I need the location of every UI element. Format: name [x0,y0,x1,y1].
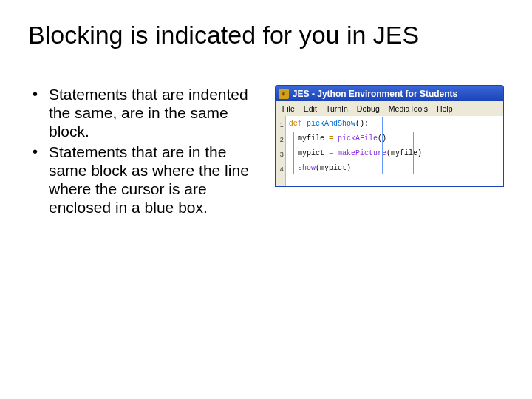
code-area[interactable]: def pickAndShow(): myfile = pickAFile() … [286,116,503,186]
menu-turnin[interactable]: TurnIn [321,103,352,115]
code-line: show(mypict) [289,161,500,176]
list-item: Statements that are indented the same, a… [49,85,263,141]
app-icon: ✶ [279,89,289,99]
menu-debug[interactable]: Debug [352,103,384,115]
menubar: File Edit TurnIn Debug MediaTools Help [275,101,504,116]
code-line: myfile = pickAFile() [289,132,500,146]
list-item: Statements that are in the same block as… [49,143,263,217]
editor: 1 2 3 4 def pickAndShow(): myfile = pick… [275,116,504,187]
menu-file[interactable]: File [278,103,299,115]
line-gutter: 1 2 3 4 [276,116,286,186]
window-titlebar: ✶ JES - Jython Environment for Students [275,85,504,101]
menu-edit[interactable]: Edit [299,103,321,115]
window-title: JES - Jython Environment for Students [293,89,457,99]
slide-title: Blocking is indicated for you in JES [28,21,504,50]
gutter-number: 2 [276,132,284,147]
gutter-number: 4 [276,162,284,177]
bullet-list: Statements that are indented the same, a… [28,85,263,218]
code-line: def pickAndShow(): [289,117,500,132]
menu-help[interactable]: Help [432,103,457,115]
gutter-number: 1 [276,117,284,132]
menu-mediatools[interactable]: MediaTools [384,103,432,115]
code-line: mypict = makePicture(myfile) [289,146,500,161]
jes-window: ✶ JES - Jython Environment for Students … [275,85,504,187]
gutter-number: 3 [276,147,284,162]
